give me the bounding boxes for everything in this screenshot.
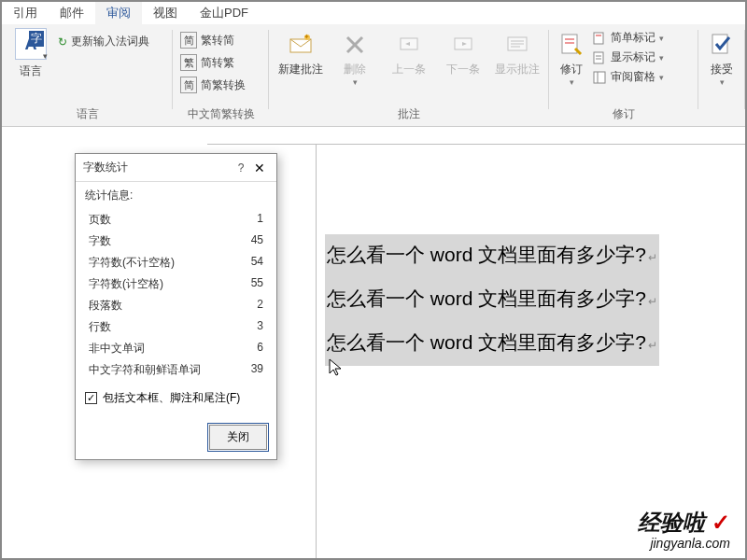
- delete-icon: [340, 30, 370, 60]
- show-comments-button: 显示批注: [493, 28, 542, 77]
- group-label-comments: 批注: [276, 105, 542, 124]
- group-label-language: 语言: [9, 105, 165, 124]
- dialog-close-button[interactable]: 关闭: [209, 425, 267, 450]
- chevron-down-icon: ▾: [659, 34, 664, 43]
- reviewing-pane-dropdown[interactable]: 审阅窗格 ▾: [592, 69, 695, 85]
- pane-icon: [592, 70, 607, 85]
- tab-view[interactable]: 视图: [142, 2, 189, 24]
- close-button[interactable]: ✕: [250, 161, 269, 175]
- simp-to-trad-button[interactable]: 繁简转繁: [180, 54, 246, 71]
- prev-comment-button: 上一条: [385, 28, 433, 77]
- simplified-icon: 简: [180, 32, 197, 49]
- stats-header: 统计信息:: [85, 188, 267, 203]
- next-comment-button: 下一条: [439, 28, 487, 77]
- word-count-dialog: 字数统计 ? ✕ 统计信息: 页数1 字数45 字符数(不计空格)54 字符数(…: [75, 153, 277, 460]
- svg-text:✦: ✦: [303, 33, 310, 41]
- group-comments: ✦ 新建批注 删除▾ 上一条 下一条: [269, 24, 549, 126]
- page-edge: [207, 144, 745, 145]
- check-icon: ✓: [712, 510, 730, 535]
- accept-icon: [707, 30, 737, 60]
- group-conversion: 简繁转简 繁简转繁 简简繁转换 中文简繁转换: [173, 24, 269, 126]
- tab-wps-pdf[interactable]: 金山PDF: [189, 2, 260, 24]
- delete-comment-button: 删除▾: [331, 28, 379, 87]
- prev-icon: [394, 30, 424, 60]
- update-ime-dict-button[interactable]: ↻ 更新输入法词典: [58, 28, 149, 49]
- show-markup-icon: [592, 50, 607, 65]
- new-comment-button[interactable]: ✦ 新建批注: [276, 28, 325, 77]
- group-tracking: 修订▾ 简单标记 ▾ 显示标记 ▾ 审阅窗格 ▾: [549, 24, 698, 126]
- page-edge: [316, 145, 317, 558]
- svg-rect-16: [594, 52, 603, 63]
- ribbon: A字 ▾ 语言 ↻ 更新输入法词典 语言 简繁转简 繁简转繁 简简繁转换 中文简…: [2, 24, 745, 127]
- help-button[interactable]: ?: [232, 161, 250, 175]
- group-language: A字 ▾ 语言 ↻ 更新输入法词典 语言: [2, 24, 173, 126]
- track-changes-button[interactable]: 修订▾: [557, 28, 586, 87]
- markup-mode-dropdown[interactable]: 简单标记 ▾: [592, 30, 695, 46]
- tab-review[interactable]: 审阅: [95, 2, 142, 24]
- stats-table: 页数1 字数45 字符数(不计空格)54 字符数(计空格)55 段落数2 行数3…: [85, 209, 267, 381]
- group-label-tracking: 修订: [557, 105, 691, 124]
- show-comments-icon: [502, 30, 532, 60]
- refresh-icon: ↻: [58, 35, 67, 49]
- selected-text[interactable]: 怎么看一个 word 文档里面有多少字?↵ 怎么看一个 word 文档里面有多少…: [325, 234, 659, 366]
- dialog-title: 字数统计: [83, 160, 232, 175]
- language-label: 语言: [20, 63, 42, 79]
- cursor-icon: [329, 358, 344, 377]
- include-textboxes-checkbox[interactable]: ✓ 包括文本框、脚注和尾注(F): [85, 390, 267, 406]
- watermark: 经验啦 ✓ jingyanla.com: [638, 508, 730, 551]
- group-accept: 接受▾: [698, 24, 745, 126]
- svg-rect-14: [594, 33, 603, 44]
- track-icon: [557, 30, 586, 60]
- markup-icon: [592, 31, 607, 46]
- show-markup-dropdown[interactable]: 显示标记 ▾: [592, 49, 695, 65]
- tab-mail[interactable]: 邮件: [49, 2, 95, 24]
- tab-references[interactable]: 引用: [2, 2, 49, 24]
- chevron-down-icon: ▾: [659, 73, 664, 82]
- trad-to-simp-button[interactable]: 简繁转简: [180, 32, 246, 49]
- chevron-down-icon: ▾: [659, 53, 664, 63]
- language-button[interactable]: A字 ▾: [15, 28, 47, 60]
- group-label-conversion: 中文简繁转换: [180, 105, 261, 124]
- svg-rect-11: [562, 35, 577, 53]
- chevron-down-icon: ▾: [43, 51, 48, 61]
- tab-strip: 引用 邮件 审阅 视图 金山PDF: [2, 2, 745, 24]
- svg-rect-19: [594, 72, 605, 83]
- new-comment-icon: ✦: [286, 30, 316, 60]
- convert-button[interactable]: 简简繁转换: [180, 77, 246, 93]
- accept-button[interactable]: 接受▾: [706, 28, 738, 87]
- convert-icon: 简: [180, 77, 197, 93]
- traditional-icon: 繁: [180, 54, 197, 71]
- next-icon: [448, 30, 478, 60]
- checkbox-icon: ✓: [85, 392, 97, 404]
